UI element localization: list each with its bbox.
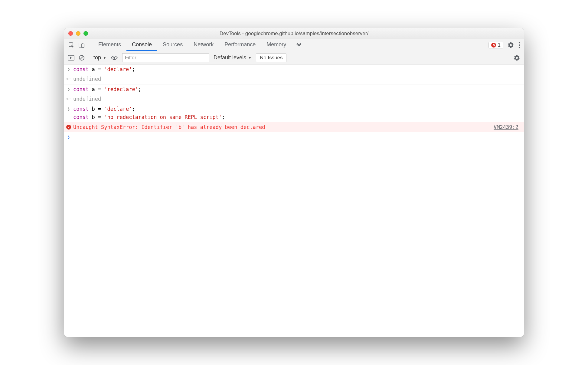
svg-point-5 [519, 47, 520, 48]
tab-label: Memory [266, 41, 286, 48]
console-output[interactable]: ❯const a = 'declare';<·undefined❯const a… [64, 64, 524, 337]
console-return-row: <·undefined [64, 94, 524, 104]
maximize-window-button[interactable] [83, 31, 88, 36]
toggle-sidebar-icon[interactable] [68, 55, 74, 61]
svg-point-4 [519, 44, 520, 45]
return-chevron-icon: <· [66, 76, 71, 83]
svg-rect-2 [81, 44, 84, 48]
devtools-window: DevTools - googlechrome.github.io/sample… [64, 28, 524, 337]
tab-label: Elements [98, 41, 121, 48]
context-label: top [93, 54, 101, 61]
panel-tabs: Elements Console Sources Network Perform… [89, 39, 306, 51]
tab-label: Network [194, 41, 214, 48]
console-toolbar: top ▼ Default levels ▼ No Issues [64, 51, 524, 64]
issues-label: No Issues [260, 55, 283, 61]
inspect-element-icon[interactable] [68, 42, 74, 48]
console-settings-gear-icon[interactable] [514, 54, 520, 61]
separator [510, 54, 510, 61]
console-toolbar-right [510, 54, 520, 61]
log-levels-selector[interactable]: Default levels ▼ [214, 54, 252, 61]
tab-label: Sources [163, 41, 183, 48]
clear-console-icon[interactable] [79, 55, 85, 61]
minimize-window-button[interactable] [76, 31, 80, 36]
console-input-row: ❯const a = 'declare'; [64, 64, 524, 74]
settings-gear-icon[interactable] [508, 42, 514, 48]
error-count: 1 [498, 42, 501, 48]
levels-label: Default levels [214, 54, 246, 61]
console-input-row: ❯const b = 'declare';const b = 'no redec… [64, 104, 524, 122]
console-error-row: ✕Uncaught SyntaxError: Identifier 'b' ha… [64, 122, 524, 132]
device-toolbar-icon[interactable] [79, 42, 85, 48]
tab-memory[interactable]: Memory [261, 39, 292, 51]
return-chevron-icon: <· [66, 96, 71, 103]
tab-label: Console [132, 41, 152, 48]
input-chevron-icon: ❯ [67, 66, 70, 73]
issues-button[interactable]: No Issues [256, 53, 287, 62]
dropdown-triangle-icon: ▼ [103, 56, 106, 60]
separator [89, 54, 89, 61]
input-chevron-icon: ❯ [67, 106, 70, 121]
tab-performance[interactable]: Performance [219, 39, 261, 51]
input-chevron-icon: ❯ [67, 86, 70, 93]
error-message: Uncaught SyntaxError: Identifier 'b' has… [73, 123, 494, 131]
inspect-tools [64, 39, 89, 51]
error-icon: ✕ [491, 43, 496, 48]
svg-point-9 [113, 57, 115, 59]
prompt-chevron-icon: ❯ [67, 134, 70, 141]
toolbar-right: ✕ 1 [485, 39, 524, 51]
error-icon: ✕ [66, 125, 71, 130]
svg-point-3 [519, 42, 520, 43]
more-tabs-button[interactable] [292, 39, 306, 51]
text-cursor [74, 135, 74, 140]
error-count-badge[interactable]: ✕ 1 [488, 42, 503, 48]
close-window-button[interactable] [68, 31, 73, 36]
error-source-link[interactable]: VM2439:2 [494, 123, 521, 131]
window-title: DevTools - googlechrome.github.io/sample… [64, 31, 524, 37]
console-prompt-row[interactable]: ❯ [64, 132, 524, 142]
tab-elements[interactable]: Elements [93, 39, 126, 51]
console-input-row: ❯const a = 'redeclare'; [64, 84, 524, 94]
tab-sources[interactable]: Sources [157, 39, 188, 51]
titlebar: DevTools - googlechrome.github.io/sample… [64, 28, 524, 39]
filter-input[interactable] [122, 53, 209, 62]
tab-network[interactable]: Network [188, 39, 219, 51]
execution-context-selector[interactable]: top ▼ [93, 54, 106, 61]
main-tabs-bar: Elements Console Sources Network Perform… [64, 39, 524, 51]
tab-console[interactable]: Console [126, 39, 157, 51]
dropdown-triangle-icon: ▼ [248, 56, 252, 60]
window-controls [64, 31, 88, 36]
svg-line-8 [80, 56, 83, 59]
kebab-menu-icon[interactable] [518, 42, 520, 48]
live-expression-eye-icon[interactable] [111, 55, 118, 60]
tab-label: Performance [224, 41, 256, 48]
console-return-row: <·undefined [64, 74, 524, 84]
